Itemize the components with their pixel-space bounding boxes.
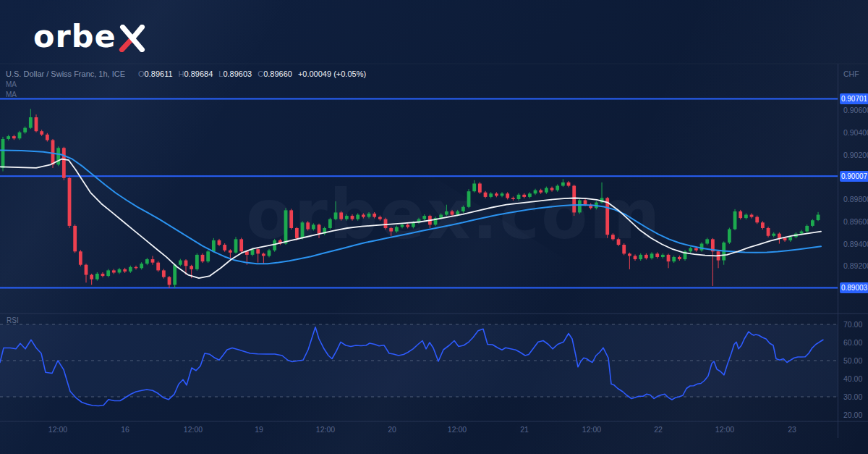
price-level-pill: 0.90007 <box>840 171 868 182</box>
candle-body <box>461 207 465 211</box>
candle-body <box>118 269 122 273</box>
candle-body <box>755 217 759 223</box>
candle-body <box>90 275 93 279</box>
candle-body <box>639 255 642 259</box>
rsi-tick-label: 40.00 <box>843 374 862 383</box>
price-tick-label: 0.89200 <box>843 261 868 270</box>
candle-body <box>406 224 409 227</box>
candle-body <box>46 135 49 140</box>
rsi-tick-label: 20.00 <box>843 411 862 419</box>
candle-body <box>367 214 371 217</box>
candle-body <box>705 239 709 243</box>
candle-body <box>168 277 171 285</box>
high-value: 0.89684 <box>184 70 213 78</box>
candle-body <box>578 201 582 213</box>
candle-body <box>7 136 10 139</box>
high-label: H <box>179 70 184 78</box>
currency-label: CHF <box>843 70 859 78</box>
candle-body <box>611 235 615 239</box>
price-tick-label: 0.89800 <box>843 195 868 203</box>
candle-body <box>678 257 681 259</box>
candle-body <box>384 219 388 228</box>
candle-body <box>467 191 471 207</box>
candle-body <box>744 215 748 219</box>
time-tick-label: 12:00 <box>310 425 341 434</box>
candle-body <box>655 253 659 257</box>
candle-body <box>35 117 38 131</box>
candle-body <box>251 249 255 255</box>
candle-body <box>73 226 77 251</box>
candle-body <box>373 214 376 217</box>
candle-body <box>262 253 265 256</box>
candle-body <box>489 193 493 197</box>
candle-body <box>733 211 737 230</box>
time-tick-label: 12:00 <box>177 425 209 434</box>
price-tick-label: 0.90600 <box>843 106 868 114</box>
close-value: 0.89660 <box>263 70 292 78</box>
candle-body <box>511 198 515 199</box>
candle-body <box>422 216 426 219</box>
candle-body <box>179 261 182 265</box>
candle-body <box>634 256 637 259</box>
candle-body <box>223 245 226 251</box>
price-tick-label: 0.89400 <box>843 240 868 248</box>
candle-body <box>501 193 504 196</box>
ma-legend-row[interactable]: MA <box>6 91 17 98</box>
candle-body <box>306 222 310 229</box>
candle-body <box>445 211 448 215</box>
candle-body <box>312 224 315 229</box>
candle-body <box>218 240 221 245</box>
rsi-legend-label[interactable]: RSI <box>7 316 19 324</box>
candle-body <box>284 210 288 243</box>
candle-body <box>805 226 809 232</box>
candle-body <box>567 182 571 186</box>
time-tick-label: 21 <box>509 425 540 434</box>
rsi-tick-label: 30.00 <box>843 392 862 401</box>
candle-body <box>534 190 537 194</box>
candle-body <box>767 228 770 236</box>
candle-body <box>667 255 671 261</box>
low-value: 0.89603 <box>223 70 252 78</box>
candle-body <box>378 217 382 219</box>
candle-body <box>85 265 88 275</box>
candle-body <box>689 248 692 252</box>
time-tick-label: 23 <box>776 425 808 434</box>
time-axis[interactable]: 12:001612:001912:002012:002112:002212:00… <box>0 421 838 438</box>
candle-body <box>628 253 631 256</box>
chart-window: orbex.com orbe U.S. Dollar / Swiss Franc… <box>0 0 868 454</box>
candle-body <box>644 255 648 258</box>
chart-canvas[interactable] <box>0 0 868 454</box>
chart-legend: U.S. Dollar / Swiss Franc, 1h, ICEO0.896… <box>6 70 366 78</box>
candle-body <box>40 131 43 135</box>
ma-slow-line <box>0 150 821 264</box>
open-label: O <box>138 70 145 78</box>
candle-body <box>206 251 210 261</box>
candle-body <box>18 133 22 138</box>
candle-body <box>201 255 205 261</box>
time-tick-label: 12:00 <box>576 425 608 434</box>
symbol-title[interactable]: U.S. Dollar / Swiss Franc, 1h, ICE <box>6 70 125 78</box>
orbex-logo: orbe <box>33 17 147 55</box>
candle-body <box>268 251 271 256</box>
logo-text: orbe <box>33 21 116 52</box>
time-tick-label: 12:00 <box>441 425 473 434</box>
candle-body <box>229 251 232 253</box>
candle-body <box>68 178 72 226</box>
candle-body <box>800 232 804 234</box>
candle-body <box>517 195 521 199</box>
candle-body <box>811 220 814 226</box>
candle-body <box>351 216 354 219</box>
candle-body <box>173 265 176 285</box>
ma-legend-row[interactable]: MA <box>6 80 17 88</box>
price-level-pill: 0.89003 <box>840 282 868 293</box>
candle-body <box>362 215 365 217</box>
price-axis[interactable]: CHF 0.906000.904000.902000.898000.896000… <box>838 64 868 438</box>
candle-body <box>273 240 276 251</box>
close-label: C <box>258 70 263 78</box>
candle-body <box>123 269 127 272</box>
candle-body <box>700 244 704 251</box>
open-value: 0.89611 <box>145 70 173 78</box>
candle-body <box>301 222 305 238</box>
candle-body <box>318 224 321 233</box>
candle-body <box>190 266 193 269</box>
